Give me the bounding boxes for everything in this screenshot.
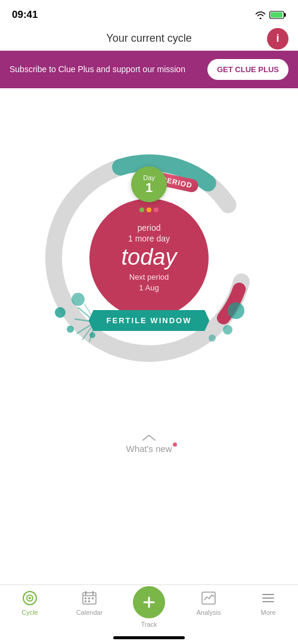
battery-icon xyxy=(269,11,286,19)
status-bar: 09:41 xyxy=(0,0,298,26)
bottom-nav: Cycle Calendar Track xyxy=(0,584,298,644)
teal-dot-3 xyxy=(72,293,85,306)
info-button[interactable]: i xyxy=(267,28,288,49)
cycle-wheel-area: period 1 more day today Next period 1 Au… xyxy=(0,88,298,428)
center-period-label: period xyxy=(138,223,161,233)
banner-text: Subscribe to Clue Plus and support our m… xyxy=(10,64,200,76)
tracking-dots xyxy=(139,208,159,212)
dot-pink xyxy=(154,208,159,212)
nav-item-track[interactable]: Track xyxy=(128,590,170,628)
status-icons xyxy=(255,11,286,19)
center-today-label: today xyxy=(122,246,177,268)
svg-rect-24 xyxy=(88,600,90,602)
home-indicator xyxy=(113,636,185,639)
nav-item-analysis[interactable]: Analysis xyxy=(188,590,229,616)
more-icon xyxy=(260,590,277,606)
svg-rect-22 xyxy=(92,597,94,599)
svg-rect-21 xyxy=(88,597,90,599)
svg-rect-20 xyxy=(85,597,86,599)
dot-green xyxy=(139,208,144,212)
whats-new-dot xyxy=(173,442,177,447)
wifi-icon xyxy=(255,11,266,19)
center-more-day: 1 more day xyxy=(128,234,170,243)
teal-dot-4 xyxy=(89,332,95,338)
promo-banner: Subscribe to Clue Plus and support our m… xyxy=(0,51,298,88)
header: Your current cycle i xyxy=(0,26,298,51)
day-bubble: Day 1 xyxy=(131,166,167,202)
svg-rect-1 xyxy=(284,13,286,17)
dot-orange xyxy=(147,208,151,212)
cycle-icon xyxy=(21,590,38,606)
nav-label-track: Track xyxy=(141,621,157,628)
svg-point-15 xyxy=(29,597,31,599)
nav-item-cycle[interactable]: Cycle xyxy=(9,590,51,616)
nav-label-calendar: Calendar xyxy=(76,609,103,616)
track-plus-button[interactable] xyxy=(133,586,165,618)
teal-dot-7 xyxy=(209,335,216,342)
nav-label-analysis: Analysis xyxy=(197,609,221,616)
ring-container: period 1 more day today Next period 1 Au… xyxy=(36,145,262,371)
center-next-period: Next period 1 Aug xyxy=(129,272,169,293)
analysis-icon xyxy=(200,590,217,606)
fertile-window-badge: FERTILE WINDOW xyxy=(89,310,210,331)
page-title: Your current cycle xyxy=(106,32,191,45)
teal-dot-2 xyxy=(67,326,74,333)
svg-rect-2 xyxy=(271,13,283,18)
get-clue-plus-button[interactable]: GET CLUE PLUS xyxy=(207,59,288,80)
nav-label-cycle: Cycle xyxy=(21,609,38,616)
center-info-circle[interactable]: period 1 more day today Next period 1 Au… xyxy=(89,199,209,318)
teal-dot-6 xyxy=(223,325,232,335)
nav-item-calendar[interactable]: Calendar xyxy=(69,590,110,616)
svg-rect-23 xyxy=(85,600,86,602)
calendar-icon xyxy=(81,590,98,606)
teal-dot-1 xyxy=(55,307,66,318)
day-number: 1 xyxy=(145,181,153,194)
status-time: 09:41 xyxy=(12,9,38,21)
whats-new-section[interactable]: What's new xyxy=(0,428,298,457)
whats-new-label: What's new xyxy=(126,444,172,454)
nav-label-more: More xyxy=(260,609,275,616)
chevron-up-icon xyxy=(142,434,156,441)
nav-item-more[interactable]: More xyxy=(247,590,289,616)
teal-dot-5 xyxy=(228,302,244,319)
